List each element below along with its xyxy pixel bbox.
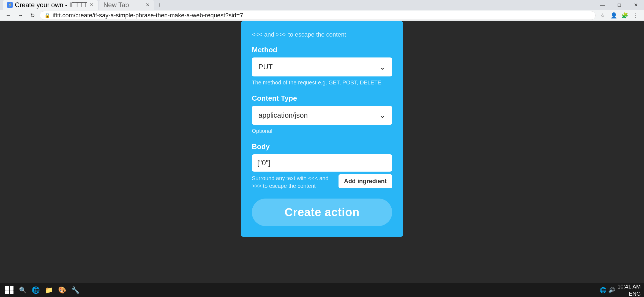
taskbar-clock[interactable]: 10:41 AM ENG (617, 283, 641, 297)
tab-bar: ⚡ Create your own - IFTTT ✕ New Tab ✕ + … (0, 0, 644, 10)
taskbar-app3[interactable]: 🎨 (56, 284, 68, 296)
browser-chrome: ⚡ Create your own - IFTTT ✕ New Tab ✕ + … (0, 0, 644, 21)
content-type-label: Content Type (252, 94, 392, 103)
system-tray: 🌐 🔊 (600, 287, 615, 293)
tab-inactive[interactable]: New Tab ✕ (99, 0, 154, 10)
body-hint: Surround any text with <<< and >>> to es… (252, 174, 334, 190)
content-type-value: application/json (258, 111, 308, 120)
taskbar-app4[interactable]: 🔧 (69, 284, 81, 296)
windows-icon (5, 286, 13, 294)
search-icon: 🔍 (19, 287, 26, 294)
method-select-wrapper: PUT ⌄ (252, 57, 392, 76)
clock-time: 10:41 AM (617, 283, 641, 290)
tab-close-inactive[interactable]: ✕ (146, 2, 150, 8)
taskbar-explorer[interactable]: 📁 (43, 284, 55, 296)
taskbar-search[interactable]: 🔍 (17, 284, 29, 296)
content-type-chevron-icon: ⌄ (379, 111, 386, 120)
profile-button[interactable]: 👤 (609, 10, 619, 20)
create-action-button[interactable]: Create action (252, 199, 392, 226)
method-hint: The method of the request e.g. GET, POST… (252, 79, 392, 86)
extensions-button[interactable]: 🧩 (620, 10, 630, 20)
taskbar-right: 🌐 🔊 10:41 AM ENG (600, 283, 641, 297)
bookmark-button[interactable]: ☆ (598, 10, 608, 20)
volume-icon: 🔊 (608, 287, 615, 293)
body-input[interactable] (257, 159, 387, 167)
reload-button[interactable]: ↻ (28, 10, 37, 20)
body-label: Body (252, 142, 392, 151)
app4-icon: 🔧 (71, 286, 80, 294)
lock-icon: 🔒 (44, 12, 50, 18)
add-ingredient-button[interactable]: Add ingredient (339, 174, 392, 188)
more-button[interactable]: ⋮ (631, 10, 641, 20)
main-card: <<< and >>> to escape the content Method… (241, 21, 403, 237)
address-bar[interactable]: 🔒 ifttt.com/create/if-say-a-simple-phras… (40, 11, 596, 20)
tab-favicon-ifttt: ⚡ (7, 2, 13, 8)
content-type-select-wrapper: application/json ⌄ (252, 106, 392, 125)
minimize-button[interactable]: — (594, 0, 611, 10)
edge-icon: 🌐 (32, 286, 40, 294)
window-controls: — □ ✕ (594, 0, 644, 10)
clock-language: ENG (617, 290, 641, 297)
explorer-icon: 📁 (45, 286, 53, 294)
browser-actions: ☆ 👤 🧩 ⋮ (598, 10, 641, 20)
body-footer: Surround any text with <<< and >>> to es… (252, 174, 392, 190)
forward-button[interactable]: → (15, 10, 25, 20)
body-input-wrapper (252, 154, 392, 172)
back-button[interactable]: ← (3, 10, 13, 20)
address-text: ifttt.com/create/if-say-a-simple-phrase-… (53, 12, 243, 19)
taskbar: 🔍 🌐 📁 🎨 🔧 🌐 🔊 10:41 AM ENG (0, 283, 644, 297)
method-chevron-icon: ⌄ (379, 62, 386, 72)
taskbar-edge[interactable]: 🌐 (30, 284, 42, 296)
tab-active[interactable]: ⚡ Create your own - IFTTT ✕ (3, 0, 98, 10)
tab-new-button[interactable]: + (155, 0, 163, 10)
maximize-button[interactable]: □ (611, 0, 627, 10)
content-type-hint: Optional (252, 127, 392, 135)
tab-title-active: Create your own - IFTTT (15, 1, 87, 9)
start-button[interactable] (3, 284, 15, 296)
body-section: Body Surround any text with <<< and >>> … (252, 142, 392, 190)
method-select[interactable]: PUT ⌄ (252, 57, 392, 76)
app3-icon: 🎨 (58, 286, 66, 294)
tab-close-active[interactable]: ✕ (89, 2, 94, 8)
close-button[interactable]: ✕ (627, 0, 644, 10)
method-label: Method (252, 46, 392, 54)
nav-bar: ← → ↻ 🔒 ifttt.com/create/if-say-a-simple… (0, 10, 644, 21)
tab-title-inactive: New Tab (103, 1, 129, 9)
network-icon: 🌐 (600, 287, 607, 293)
escape-hint: <<< and >>> to escape the content (252, 31, 392, 39)
method-value: PUT (258, 63, 273, 71)
content-area: <<< and >>> to escape the content Method… (0, 21, 644, 283)
content-type-select[interactable]: application/json ⌄ (252, 106, 392, 125)
